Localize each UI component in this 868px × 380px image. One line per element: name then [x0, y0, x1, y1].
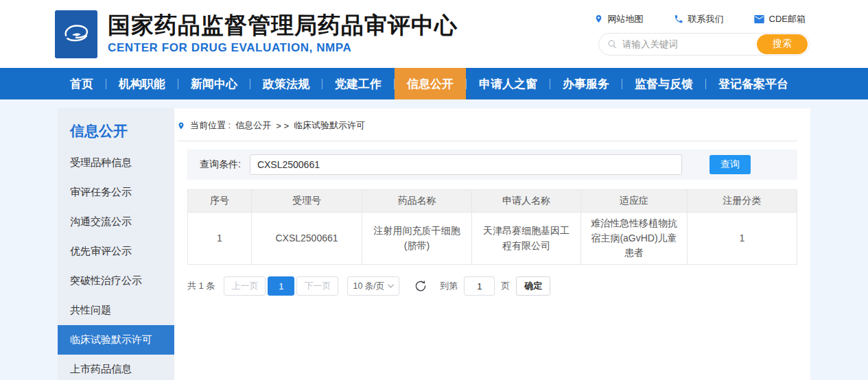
- pagination: 共 1 条 上一页 1 下一页 10 条/页: [187, 276, 797, 296]
- sidebar-title: 信息公开: [58, 108, 174, 148]
- refresh-icon[interactable]: [414, 279, 427, 293]
- content-wrap: 信息公开 受理品种信息审评任务公示沟通交流公示优先审评公示突破性治疗公示共性问题…: [58, 108, 810, 380]
- prev-page-button[interactable]: 上一页: [224, 276, 266, 296]
- page-size-value: 10 条/页: [353, 281, 384, 292]
- location-pin-icon: [594, 14, 603, 24]
- page-body: 信息公开 受理品种信息审评任务公示沟通交流公示优先审评公示突破性治疗公示共性问题…: [0, 99, 868, 380]
- contact-link[interactable]: 联系我们: [674, 13, 724, 25]
- cde-logo: [55, 10, 97, 58]
- breadcrumb-section[interactable]: 信息公开: [235, 119, 271, 132]
- nav-item-8[interactable]: 监督与反馈: [622, 68, 705, 99]
- page-1-button[interactable]: 1: [268, 276, 294, 296]
- site-search-bar: 搜索: [598, 33, 810, 56]
- quick-links: 网站地图 联系我们 CDE邮箱: [594, 13, 806, 25]
- next-page-button[interactable]: 下一页: [296, 276, 338, 296]
- goto-page-label: 到第: [440, 280, 458, 292]
- phone-icon: [674, 14, 683, 24]
- breadcrumb-current[interactable]: 临床试验默示许可: [294, 119, 365, 132]
- sidebar-item-5[interactable]: 共性问题: [58, 296, 174, 325]
- table-header-cell: 适应症: [581, 190, 688, 213]
- breadcrumb-label: 当前位置 :: [190, 119, 231, 132]
- sidebar-item-1[interactable]: 审评任务公示: [58, 178, 174, 207]
- mail-icon: [754, 15, 764, 23]
- cde-mail-label: CDE邮箱: [769, 13, 806, 25]
- contact-label: 联系我们: [688, 13, 724, 25]
- cde-swallow-icon: [60, 16, 93, 52]
- table-cell: 天津昂赛细胞基因工程有限公司: [472, 213, 581, 265]
- breadcrumb: 当前位置 : 信息公开 > > 临床试验默示许可: [177, 117, 797, 141]
- table-header-cell: 注册分类: [688, 190, 797, 213]
- sidebar-menu: 受理品种信息审评任务公示沟通交流公示优先审评公示突破性治疗公示共性问题临床试验默…: [58, 148, 174, 380]
- table-body: 1CXSL2500661注射用间充质干细胞(脐带)天津昂赛细胞基因工程有限公司难…: [188, 213, 797, 265]
- goto-page-input[interactable]: [464, 276, 495, 296]
- goto-page-unit: 页: [501, 280, 510, 292]
- table-cell: 1: [188, 213, 252, 265]
- pagination-total: 共 1 条: [187, 280, 215, 292]
- main-navbar: 首页机构职能新闻中心政策法规党建工作信息公开申请人之窗办事服务监督与反馈登记备案…: [0, 68, 868, 99]
- search-icon: [607, 39, 618, 49]
- site-title: 国家药品监督管理局药品审评中心: [108, 13, 458, 38]
- site-titles: 国家药品监督管理局药品审评中心 CENTER FOR DRUG EVALUATI…: [108, 13, 458, 54]
- nav-item-3[interactable]: 政策法规: [250, 68, 322, 99]
- nav-item-7[interactable]: 办事服务: [550, 68, 622, 99]
- sidebar-item-0[interactable]: 受理品种信息: [58, 148, 174, 178]
- query-bar: 查询条件: 查询: [187, 150, 797, 180]
- site-search-button[interactable]: 搜索: [757, 34, 808, 54]
- site-subtitle: CENTER FOR DRUG EVALUATION, NMPA: [108, 41, 458, 55]
- sidebar-item-7[interactable]: 上市药品信息: [58, 355, 174, 380]
- sidebar: 信息公开 受理品种信息审评任务公示沟通交流公示优先审评公示突破性治疗公示共性问题…: [58, 108, 174, 380]
- nav-item-5[interactable]: 信息公开: [395, 68, 466, 99]
- table-header-row: 序号受理号药品名称申请人名称适应症注册分类: [188, 190, 797, 213]
- results-table: 序号受理号药品名称申请人名称适应症注册分类 1CXSL2500661注射用间充质…: [187, 189, 797, 265]
- logo-block: 国家药品监督管理局药品审评中心 CENTER FOR DRUG EVALUATI…: [55, 10, 458, 58]
- nav-item-1[interactable]: 机构职能: [106, 68, 178, 99]
- query-label: 查询条件:: [200, 158, 241, 171]
- sidebar-item-3[interactable]: 优先审评公示: [58, 237, 174, 266]
- breadcrumb-separator: > >: [276, 121, 289, 131]
- nav-item-0[interactable]: 首页: [58, 68, 106, 99]
- sidebar-item-2[interactable]: 沟通交流公示: [58, 207, 174, 237]
- table-cell: 1: [688, 213, 797, 265]
- table-header-cell: 序号: [188, 190, 252, 213]
- nav-item-9[interactable]: 登记备案平台: [706, 68, 801, 99]
- chevron-down-icon: [388, 284, 394, 288]
- table-header-cell: 申请人名称: [472, 190, 581, 213]
- table-header-cell: 药品名称: [362, 190, 472, 213]
- table-cell: CXSL2500661: [252, 213, 362, 265]
- header-right: 网站地图 联系我们 CDE邮箱: [594, 13, 810, 56]
- table-row: 1CXSL2500661注射用间充质干细胞(脐带)天津昂赛细胞基因工程有限公司难…: [188, 213, 797, 265]
- query-input[interactable]: [250, 154, 682, 175]
- nav-item-2[interactable]: 新闻中心: [178, 68, 250, 99]
- cde-mail-link[interactable]: CDE邮箱: [754, 13, 806, 25]
- confirm-button[interactable]: 确定: [516, 276, 550, 296]
- sitemap-link[interactable]: 网站地图: [594, 13, 644, 25]
- breadcrumb-pin-icon: [177, 121, 185, 131]
- sitemap-label: 网站地图: [608, 13, 644, 25]
- site-header: 国家药品监督管理局药品审评中心 CENTER FOR DRUG EVALUATI…: [0, 0, 868, 68]
- main-nav: 首页机构职能新闻中心政策法规党建工作信息公开申请人之窗办事服务监督与反馈登记备案…: [58, 68, 810, 99]
- table-header-cell: 受理号: [252, 190, 362, 213]
- main-content: 当前位置 : 信息公开 > > 临床试验默示许可 查询条件: 查询 序号受理号药…: [174, 108, 810, 380]
- query-button[interactable]: 查询: [709, 155, 751, 174]
- sidebar-item-6[interactable]: 临床试验默示许可: [58, 325, 174, 355]
- nav-item-4[interactable]: 党建工作: [322, 68, 394, 99]
- table-cell: 注射用间充质干细胞(脐带): [362, 213, 472, 265]
- sidebar-item-4[interactable]: 突破性治疗公示: [58, 266, 174, 296]
- nav-item-6[interactable]: 申请人之窗: [467, 68, 550, 99]
- table-cell: 难治性急性移植物抗宿主病(aGvHD)儿童患者: [581, 213, 688, 265]
- page-size-select[interactable]: 10 条/页: [347, 276, 399, 296]
